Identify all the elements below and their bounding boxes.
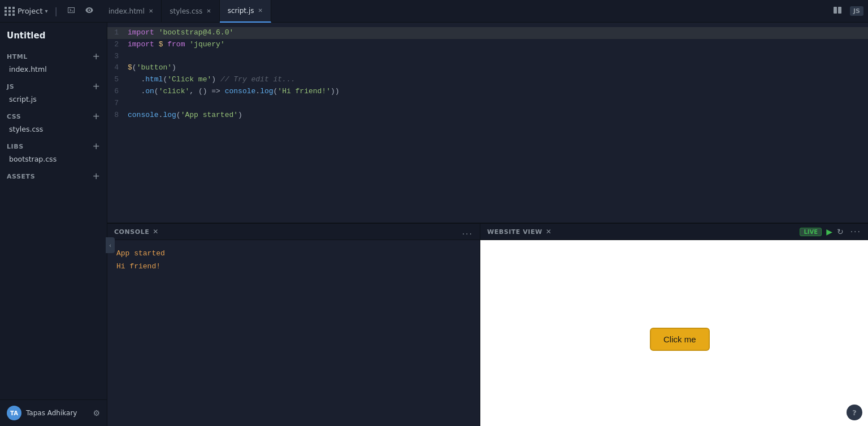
sidebar: Untitled HTML + index.html JS + script.j… <box>0 23 107 426</box>
website-close-button[interactable]: ✕ <box>546 228 552 236</box>
preview-icon[interactable] <box>83 3 96 19</box>
css-section-header: CSS + <box>0 110 107 123</box>
refresh-button[interactable]: ↻ <box>837 227 844 236</box>
sidebar-section-js: JS + script.js <box>0 77 107 107</box>
close-icon[interactable]: ✕ <box>149 8 153 14</box>
code-line-8: 8 console.log('App started') <box>107 110 868 121</box>
sidebar-section-css: CSS + styles.css <box>0 107 107 137</box>
tab-label: index.html <box>108 7 145 15</box>
sidebar-collapse-toggle[interactable]: ‹ <box>106 237 115 253</box>
css-section-title: CSS <box>7 113 21 120</box>
sidebar-item-index-html[interactable]: index.html <box>0 63 107 75</box>
html-add-button[interactable]: + <box>93 52 100 61</box>
assets-section-title: ASSETS <box>7 173 35 180</box>
tab-label: styles.css <box>170 7 202 15</box>
js-section-header: JS + <box>0 80 107 93</box>
sidebar-bottom: TA Tapas Adhikary ⚙ <box>0 399 107 426</box>
website-controls: ▶ ↻ ··· <box>826 227 861 236</box>
code-line-1: 1 import 'bootstrap@4.6.0' <box>107 27 868 39</box>
live-badge: LIVE <box>800 228 822 236</box>
website-header: WEBSITE VIEW ✕ LIVE ▶ ↻ ··· <box>480 224 868 240</box>
sidebar-item-bootstrap-css[interactable]: bootstrap.css <box>0 153 107 165</box>
tab-label: script.js <box>228 7 254 15</box>
tabs-bar: index.html ✕ styles.css ✕ script.js ✕ <box>101 0 825 23</box>
libs-section-title: LIBS <box>7 143 24 150</box>
sidebar-section-html: HTML + index.html <box>0 47 107 77</box>
website-panel: WEBSITE VIEW ✕ LIVE ▶ ↻ ··· Click me ? <box>480 224 868 426</box>
project-title: Untitled <box>0 27 107 47</box>
project-dropdown-icon[interactable]: ▾ <box>45 8 47 14</box>
project-label[interactable]: Project <box>18 7 42 15</box>
console-more-button[interactable]: ... <box>462 227 473 236</box>
tab-index-html[interactable]: index.html ✕ <box>101 0 162 23</box>
avatar: TA <box>7 406 21 420</box>
js-badge: JS <box>850 6 863 16</box>
bottom-panels: CONSOLE ✕ ... App started Hi friend! WEB… <box>107 223 868 426</box>
console-title: CONSOLE <box>114 228 149 236</box>
tab-script-js[interactable]: script.js ✕ <box>220 0 271 23</box>
topbar-right: JS <box>830 4 863 18</box>
js-add-button[interactable]: + <box>93 82 100 91</box>
close-icon[interactable]: ✕ <box>206 8 211 14</box>
sidebar-item-script-js[interactable]: script.js <box>0 93 107 105</box>
app-logo: Project ▾ <box>5 7 48 16</box>
editor-area: 1 import 'bootstrap@4.6.0' 2 import $ fr… <box>107 23 868 426</box>
libs-add-button[interactable]: + <box>93 142 100 151</box>
settings-icon[interactable]: ⚙ <box>93 408 100 418</box>
js-section-title: JS <box>7 83 14 90</box>
main-area: Untitled HTML + index.html JS + script.j… <box>0 23 868 426</box>
assets-add-button[interactable]: + <box>93 172 100 181</box>
terminal-icon[interactable] <box>64 3 78 19</box>
help-button[interactable]: ? <box>847 405 862 420</box>
code-line-6: 6 .on('click', () => console.log('Hi fri… <box>107 86 868 98</box>
user-info: TA Tapas Adhikary <box>7 406 77 420</box>
console-content: App started Hi friend! <box>107 240 480 426</box>
code-line-4: 4 $('button') <box>107 62 868 74</box>
code-editor[interactable]: 1 import 'bootstrap@4.6.0' 2 import $ fr… <box>107 23 868 223</box>
website-view-title: WEBSITE VIEW <box>487 228 542 236</box>
preview-click-me-button[interactable]: Click me <box>650 328 710 351</box>
website-content: Click me ? <box>480 240 868 426</box>
console-panel: CONSOLE ✕ ... App started Hi friend! <box>107 224 480 426</box>
code-line-5: 5 .html('Click me') // Try edit it... <box>107 74 868 86</box>
console-header: CONSOLE ✕ ... <box>107 224 480 240</box>
svg-rect-0 <box>834 7 837 14</box>
close-icon[interactable]: ✕ <box>258 7 262 14</box>
website-more-button[interactable]: ··· <box>850 227 861 236</box>
html-section-title: HTML <box>7 53 28 60</box>
code-line-7: 7 <box>107 98 868 110</box>
html-section-header: HTML + <box>0 50 107 63</box>
play-button[interactable]: ▶ <box>826 227 832 236</box>
sidebar-section-assets: ASSETS + <box>0 167 107 185</box>
code-line-2: 2 import $ from 'jquery' <box>107 39 868 51</box>
sidebar-item-styles-css[interactable]: styles.css <box>0 123 107 135</box>
css-add-button[interactable]: + <box>93 112 100 121</box>
console-line-1: App started <box>116 247 471 260</box>
user-name: Tapas Adhikary <box>26 409 77 417</box>
grid-icon <box>5 7 15 16</box>
console-close-button[interactable]: ✕ <box>153 228 158 236</box>
code-line-3: 3 <box>107 51 868 63</box>
sidebar-section-libs: LIBS + bootstrap.css <box>0 137 107 167</box>
libs-section-header: LIBS + <box>0 140 107 153</box>
tab-styles-css[interactable]: styles.css ✕ <box>162 0 219 23</box>
console-line-2: Hi friend! <box>116 260 471 273</box>
topbar: Project ▾ | index.html ✕ styles.css ✕ sc… <box>0 0 868 23</box>
svg-rect-1 <box>838 7 841 14</box>
split-view-icon[interactable] <box>830 4 845 18</box>
assets-section-header: ASSETS + <box>0 169 107 183</box>
